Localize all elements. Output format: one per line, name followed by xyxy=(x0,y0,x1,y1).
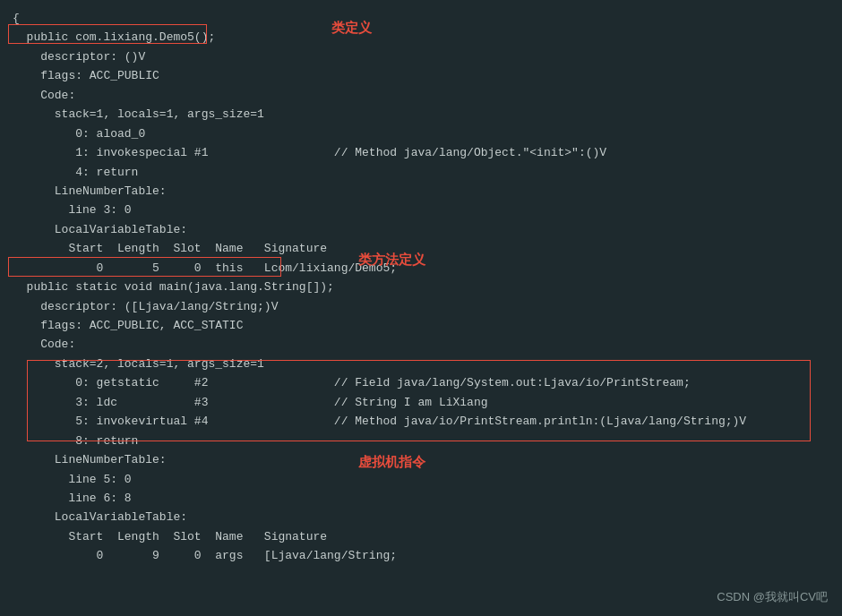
code-line: LocalVariableTable: xyxy=(13,220,829,239)
code-line: { xyxy=(13,9,829,28)
code-line: stack=1, locals=1, args_size=1 xyxy=(13,105,829,124)
code-container: { public com.lixiang.Demo5(); descriptor… xyxy=(0,0,842,575)
annotation-method-def: 类方法定义 xyxy=(358,252,425,269)
code-line: public com.lixiang.Demo5(); xyxy=(13,28,829,47)
code-line: Start Length Slot Name Signature xyxy=(13,527,829,546)
code-line: descriptor: ([Ljava/lang/String;)V xyxy=(13,297,829,316)
code-line: public static void main(java.lang.String… xyxy=(13,278,829,296)
code-line: stack=2, locals=1, args_size=1 xyxy=(13,355,829,373)
code-line: 0 9 0 args [Ljava/lang/String; xyxy=(13,546,829,565)
code-line: line 3: 0 xyxy=(13,201,829,219)
code-line: descriptor: ()V xyxy=(13,47,829,66)
code-line: LocalVariableTable: xyxy=(13,508,829,526)
code-line: LineNumberTable: xyxy=(13,182,829,201)
annotation-bytecode: 虚拟机指令 xyxy=(358,454,425,471)
code-line: line 6: 8 xyxy=(13,489,829,508)
code-line: 1: invokespecial #1 // Method java/lang/… xyxy=(13,143,829,162)
code-line: 8: return xyxy=(13,432,829,450)
code-line: flags: ACC_PUBLIC xyxy=(13,66,829,85)
code-line: 4: return xyxy=(13,163,829,182)
code-line: line 5: 0 xyxy=(13,470,829,489)
code-line: 0: getstatic #2 // Field java/lang/Syste… xyxy=(13,373,829,392)
annotation-class-def: 类定义 xyxy=(331,20,372,37)
code-line: flags: ACC_PUBLIC, ACC_STATIC xyxy=(13,316,829,335)
code-line: Code: xyxy=(13,335,829,354)
code-line: Code: xyxy=(13,86,829,105)
code-line: 3: ldc #3 // String I am LiXiang xyxy=(13,393,829,412)
code-line: 0: aload_0 xyxy=(13,124,829,143)
watermark: CSDN @我就叫CV吧 xyxy=(717,589,828,605)
code-line: 5: invokevirtual #4 // Method java/io/Pr… xyxy=(13,412,829,431)
